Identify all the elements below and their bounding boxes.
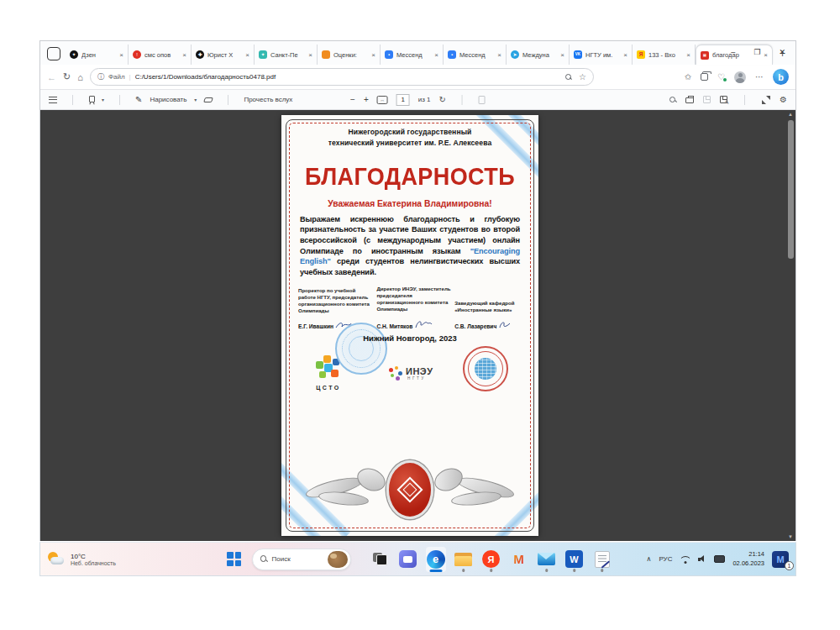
battery-icon[interactable] <box>714 555 725 563</box>
url-field[interactable]: ⓘ Файл | C:/Users/1/Downloads/благодарно… <box>90 68 594 86</box>
document-pen-button[interactable] <box>592 547 612 572</box>
tab-label: Междуна <box>522 51 557 59</box>
tab-spb[interactable]: ✦ Санкт-Пе × <box>255 45 318 65</box>
tab-close-icon[interactable]: × <box>497 51 501 59</box>
save-as-icon[interactable] <box>720 96 727 103</box>
scrollbar-thumb[interactable] <box>788 120 794 259</box>
search-highlight-image[interactable] <box>328 551 348 568</box>
home-button[interactable]: ⌂ <box>77 72 83 82</box>
system-tray: ∧ РУС 21:14 02.06.2023 M 1 <box>647 550 795 567</box>
signatory-name: С.Н. Митяков <box>376 319 454 329</box>
tab-telegram[interactable]: ➤ Междуна × <box>507 45 570 65</box>
start-button[interactable] <box>224 547 244 572</box>
taskbar-search[interactable]: Поиск <box>252 549 351 570</box>
zoom-indicator-icon[interactable] <box>565 74 572 81</box>
settings-menu-icon[interactable]: ⋯ <box>755 72 764 81</box>
save-icon[interactable] <box>703 96 711 103</box>
print-icon[interactable] <box>685 97 694 103</box>
fullscreen-icon[interactable] <box>762 96 770 104</box>
draw-label[interactable]: Нарисовать <box>150 96 186 103</box>
tray-notification-icon[interactable]: M 1 <box>772 551 789 568</box>
fit-width-icon[interactable]: ↔ <box>377 96 388 104</box>
refresh-button[interactable]: ↻ <box>63 71 71 82</box>
tab-close-icon[interactable]: × <box>245 51 249 59</box>
browser-essentials-icon[interactable]: ♡ <box>717 72 725 81</box>
clock[interactable]: 21:14 02.06.2023 <box>732 550 764 567</box>
weather-temp: 10°C <box>71 553 116 560</box>
zoom-in-button[interactable]: + <box>364 95 369 104</box>
signatory-title: Заведующий кафедрой «Иностранные языки» <box>454 300 522 313</box>
collections-icon[interactable] <box>701 73 708 81</box>
url-scheme-label: Файл <box>108 73 125 81</box>
zoom-out-button[interactable]: − <box>350 95 355 104</box>
close-button[interactable]: ✕ <box>779 48 785 56</box>
edge-button[interactable]: e <box>426 547 446 572</box>
highlighter-dropdown-icon[interactable]: ▾ <box>102 97 104 102</box>
notification-glyph: M <box>776 554 784 564</box>
task-view-button[interactable] <box>370 547 391 572</box>
scroll-down-icon[interactable]: ▼ <box>788 533 793 541</box>
profile-avatar[interactable] <box>734 71 746 83</box>
tab-messenger-2[interactable]: ▪ Мессенд × <box>444 45 507 65</box>
tray-date: 02.06.2023 <box>732 559 764 568</box>
page-info-icon[interactable]: ⓘ <box>97 72 104 81</box>
yandex-browser-button[interactable]: Я <box>481 547 501 572</box>
tab-yurist[interactable]: ✚ Юрист Х × <box>192 45 255 65</box>
draw-dropdown-icon[interactable]: ▾ <box>194 97 197 102</box>
taskbar-center: Поиск e Я M W <box>224 547 612 572</box>
scroll-up-icon[interactable]: ▲ <box>788 110 793 118</box>
signatory-column: Директор ИНЭУ, заместитель председателя … <box>374 286 454 329</box>
tab-close-icon[interactable]: × <box>182 51 186 59</box>
tab-sms[interactable]: ! смс опов × <box>129 45 192 65</box>
page-number-input[interactable]: 1 <box>396 94 410 106</box>
signatory-title: Директор ИНЭУ, заместитель председателя … <box>376 286 454 313</box>
nntu-diamond-logo <box>396 476 423 502</box>
signature-mark <box>498 320 512 329</box>
pdf-search-icon[interactable] <box>669 97 676 103</box>
tab-close-icon[interactable]: × <box>623 51 627 59</box>
pdf-settings-icon[interactable]: ⚙ <box>780 95 787 104</box>
tab-close-icon[interactable]: × <box>560 51 564 59</box>
word-button[interactable]: W <box>564 547 585 572</box>
minimize-button[interactable]: – <box>731 48 735 56</box>
m-app-button[interactable]: M <box>509 547 529 572</box>
tab-dzen[interactable]: ✦ Дзен × <box>66 45 129 65</box>
toc-icon[interactable] <box>49 97 57 103</box>
favorites-icon[interactable]: ✩ <box>685 72 691 81</box>
rotate-icon[interactable]: ↻ <box>439 95 446 104</box>
tab-messenger-1[interactable]: ▪ Мессенд × <box>381 45 444 65</box>
taskbar: 10°C Неб. облачность Поиск e Я M W ∧ РУС <box>39 542 796 576</box>
divider <box>744 95 745 105</box>
mail-button[interactable] <box>537 547 557 572</box>
read-aloud-button[interactable]: Прочесть вслух <box>244 96 292 103</box>
tab-vk[interactable]: VK НГТУ им. × <box>570 45 633 65</box>
draw-pen-icon[interactable]: ✎ <box>135 95 142 104</box>
wifi-icon[interactable] <box>680 555 690 564</box>
tab-close-icon[interactable]: × <box>434 51 438 59</box>
tab-close-icon[interactable]: × <box>119 51 123 59</box>
bing-chat-icon[interactable]: b <box>773 69 789 85</box>
tab-close-icon[interactable]: × <box>308 51 312 59</box>
highlighter-icon[interactable] <box>88 96 94 103</box>
back-button[interactable]: ← <box>47 72 56 82</box>
medal-ribbon <box>281 459 538 531</box>
tab-favicon-messenger: ▪ <box>385 50 393 59</box>
chat-button[interactable] <box>398 547 418 572</box>
tab-yandex-mail[interactable]: Я 133 - Вхо × <box>633 45 696 65</box>
tab-otsenki[interactable]: Оценки: × <box>318 45 381 65</box>
page-view-icon[interactable] <box>479 96 486 104</box>
add-favorite-icon[interactable]: ☆ <box>579 72 586 81</box>
maximize-button[interactable]: ❐ <box>753 48 760 56</box>
hidden-icons-chevron[interactable]: ∧ <box>647 555 652 563</box>
speaker-icon[interactable] <box>698 555 706 563</box>
tab-actions-icon[interactable] <box>47 47 60 60</box>
tab-favicon-sms: ! <box>133 50 141 59</box>
pdf-scrollbar[interactable]: ▲ ▼ <box>785 110 795 541</box>
file-explorer-button[interactable] <box>454 547 474 572</box>
weather-widget[interactable]: 10°C Неб. облачность <box>40 551 116 568</box>
eraser-icon[interactable] <box>203 97 213 102</box>
search-placeholder: Поиск <box>272 555 323 563</box>
tab-close-icon[interactable]: × <box>686 51 690 59</box>
tab-close-icon[interactable]: × <box>371 51 375 59</box>
language-indicator[interactable]: РУС <box>659 555 672 563</box>
